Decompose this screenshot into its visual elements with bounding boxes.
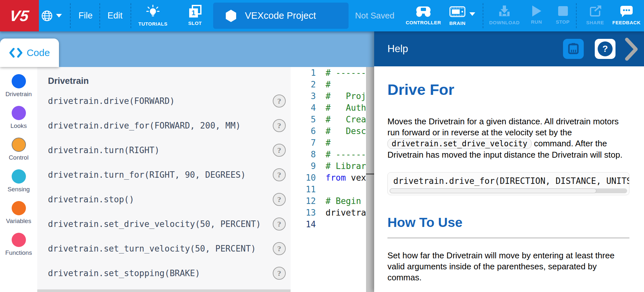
command-help-button[interactable]: ? (273, 95, 286, 107)
brain-label: BRAIN (449, 20, 466, 26)
command-help-button[interactable]: ? (273, 193, 286, 206)
command-help-button[interactable]: ? (273, 267, 286, 280)
project-title: VEXcode Project (245, 10, 316, 21)
brain-chevron-down-icon[interactable] (469, 12, 475, 16)
toolbar-separator (131, 3, 131, 28)
download-button[interactable]: DOWNLOAD (487, 0, 522, 31)
project-title-button[interactable]: VEXcode Project (213, 3, 349, 29)
toolbar-separator (576, 3, 577, 28)
line-number: 12 (291, 196, 316, 206)
command-panel: Drivetrain drivetrain.drive(FORWARD)?dri… (37, 67, 291, 292)
command-panel-header: Drivetrain (48, 76, 291, 86)
editor-scrollbar-thumb-edge (366, 174, 374, 174)
line-number: 10 (291, 173, 316, 183)
command-text: drivetrain.drive_for(FORWARD, 200, MM) (48, 121, 273, 130)
tab-code-label: Code (27, 47, 50, 58)
command-text: drivetrain.turn(RIGHT) (48, 145, 273, 155)
sidebar-item-functions[interactable]: Functions (0, 233, 37, 264)
toolbar-separator (483, 3, 483, 28)
run-label: RUN (531, 19, 542, 25)
stop-label: STOP (556, 19, 570, 25)
section-divider (387, 238, 629, 238)
command-row[interactable]: drivetrain.drive(FORWARD)? (37, 89, 291, 113)
vexcode-app: V5 File Edit (0, 0, 644, 292)
stop-button[interactable]: STOP (551, 0, 575, 31)
help-question-button[interactable]: ? (595, 39, 615, 59)
share-icon (588, 5, 602, 18)
help-panel-header: Help ? (374, 31, 644, 66)
tutorials-button[interactable]: TUTORIALS (133, 0, 172, 31)
collapse-panel-chevron-icon[interactable] (625, 38, 638, 61)
code-editor[interactable]: 1# ----------------2#3# Projec4# Author5… (291, 67, 374, 292)
command-row[interactable]: drivetrain.turn_for(RIGHT, 90, DEGREES)? (37, 163, 291, 187)
line-number: 14 (291, 219, 316, 229)
line-number: 6 (291, 126, 316, 136)
sidebar-item-variables[interactable]: Variables (0, 201, 37, 233)
editor-line: 5# Created (291, 114, 374, 125)
line-number: 4 (291, 103, 316, 113)
controller-button[interactable]: CONTROLLER (404, 0, 443, 31)
command-help-button[interactable]: ? (273, 168, 286, 181)
stop-icon (557, 5, 569, 17)
command-help-button[interactable]: ? (273, 218, 286, 230)
category-circle-icon (12, 169, 26, 184)
sidebar-item-looks[interactable]: Looks (0, 106, 37, 138)
share-button[interactable]: SHARE (582, 0, 608, 31)
code-brackets-icon (9, 48, 23, 58)
sidebar-item-drivetrain[interactable]: Drivetrain (0, 74, 37, 106)
editor-line: 8# ---------------- (291, 149, 374, 160)
slot-button[interactable]: 1 SLOT (179, 0, 211, 31)
command-row[interactable]: drivetrain.turn(RIGHT)? (37, 138, 291, 163)
globe-icon (41, 10, 53, 22)
command-row[interactable]: drivetrain.set_drive_velocity(50, PERCEN… (37, 212, 291, 236)
line-code: # Library (326, 161, 371, 171)
command-help-button[interactable]: ? (273, 144, 286, 157)
editor-line: 9# Library (291, 160, 374, 172)
command-row[interactable]: drivetrain.drive_for(FORWARD, 200, MM)? (37, 113, 291, 138)
command-text: drivetrain.set_stopping(BRAKE) (48, 268, 273, 278)
command-row[interactable]: drivetrain.set_stopping(BRAKE)? (37, 261, 291, 286)
controller-label: CONTROLLER (406, 20, 441, 25)
editor-line: 13drivetrain (291, 207, 374, 219)
command-panel-hscrollbar[interactable] (37, 289, 291, 292)
tab-code[interactable]: Code (0, 39, 59, 67)
menu-file-label: File (78, 11, 93, 21)
command-row[interactable]: drivetrain.set_turn_velocity(50, PERCENT… (37, 236, 291, 261)
line-number: 2 (291, 80, 316, 89)
sidebar-item-control[interactable]: Control (0, 138, 37, 169)
line-number: 7 (291, 138, 316, 148)
sidebar-item-sensing[interactable]: Sensing (0, 169, 37, 201)
language-menu[interactable] (41, 0, 67, 31)
menu-file[interactable]: File (72, 0, 99, 31)
command-row[interactable]: drivetrain.stop()? (37, 187, 291, 212)
feedback-button[interactable]: FEEDBACK (611, 0, 642, 31)
line-code: # (326, 138, 331, 148)
help-brain-button[interactable] (563, 39, 584, 59)
sidebar-item-label: Control (9, 154, 29, 161)
command-text: drivetrain.set_drive_velocity(50, PERCEN… (48, 219, 273, 229)
doc-title: Drive For (387, 82, 629, 98)
example-code-hscrollbar (390, 188, 627, 193)
save-status: Not Saved (355, 0, 394, 31)
sidebar-item-label: Variables (6, 218, 31, 225)
svg-text:1: 1 (191, 9, 195, 17)
editor-line: 14 (291, 219, 374, 230)
category-circle-icon (12, 233, 26, 247)
command-help-button[interactable]: ? (273, 119, 286, 132)
command-help-button[interactable]: ? (273, 242, 286, 255)
line-code: # (326, 80, 331, 89)
menu-edit-label: Edit (108, 11, 123, 21)
how-to-use-heading: How To Use (387, 216, 629, 229)
category-sidebar: DrivetrainLooksControlSensingVariablesFu… (0, 67, 37, 292)
play-icon (530, 5, 543, 17)
example-code-hscrollbar-thumb[interactable] (390, 188, 596, 193)
editor-vscrollbar[interactable] (366, 67, 374, 292)
editor-line: 10from vex i (291, 172, 374, 184)
line-number: 9 (291, 161, 316, 171)
line-number: 8 (291, 150, 316, 159)
menu-edit[interactable]: Edit (101, 0, 129, 31)
question-mark-icon: ? (598, 41, 613, 56)
line-number: 11 (291, 185, 316, 194)
save-status-text: Not Saved (355, 11, 394, 21)
run-button[interactable]: RUN (525, 0, 548, 31)
